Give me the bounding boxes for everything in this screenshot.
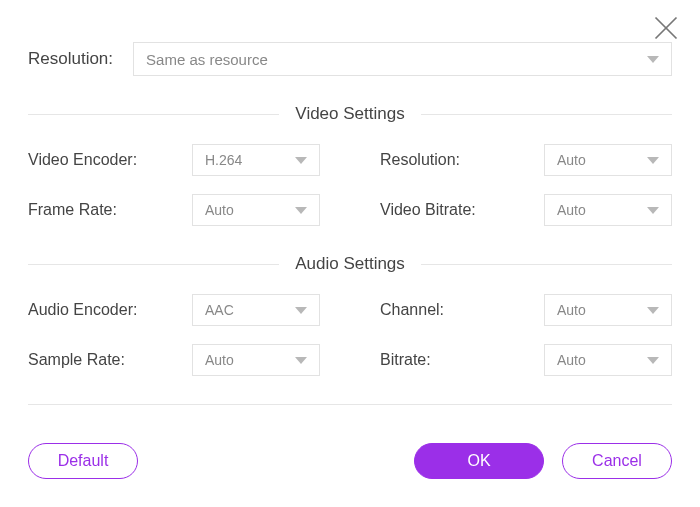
video-resolution-value: Auto bbox=[557, 152, 586, 168]
chevron-down-icon bbox=[647, 207, 659, 214]
video-bitrate-select[interactable]: Auto bbox=[544, 194, 672, 226]
framerate-select[interactable]: Auto bbox=[192, 194, 320, 226]
footer-divider bbox=[28, 404, 672, 405]
audio-section-header: Audio Settings bbox=[28, 254, 672, 274]
audio-bitrate-select[interactable]: Auto bbox=[544, 344, 672, 376]
audio-encoder-select[interactable]: AAC bbox=[192, 294, 320, 326]
video-section-header: Video Settings bbox=[28, 104, 672, 124]
channel-value: Auto bbox=[557, 302, 586, 318]
video-bitrate-label: Video Bitrate: bbox=[380, 201, 476, 219]
top-resolution-select[interactable]: Same as resource bbox=[133, 42, 672, 76]
default-button[interactable]: Default bbox=[28, 443, 138, 479]
close-icon[interactable] bbox=[652, 14, 680, 42]
chevron-down-icon bbox=[647, 307, 659, 314]
channel-select[interactable]: Auto bbox=[544, 294, 672, 326]
samplerate-label: Sample Rate: bbox=[28, 351, 125, 369]
audio-bitrate-value: Auto bbox=[557, 352, 586, 368]
audio-encoder-label: Audio Encoder: bbox=[28, 301, 137, 319]
cancel-button[interactable]: Cancel bbox=[562, 443, 672, 479]
video-encoder-value: H.264 bbox=[205, 152, 242, 168]
chevron-down-icon bbox=[295, 357, 307, 364]
video-encoder-label: Video Encoder: bbox=[28, 151, 137, 169]
video-resolution-select[interactable]: Auto bbox=[544, 144, 672, 176]
top-resolution-label: Resolution: bbox=[28, 49, 113, 69]
top-resolution-value: Same as resource bbox=[146, 51, 268, 68]
samplerate-select[interactable]: Auto bbox=[192, 344, 320, 376]
video-section-title: Video Settings bbox=[279, 104, 420, 124]
ok-button[interactable]: OK bbox=[414, 443, 544, 479]
audio-bitrate-label: Bitrate: bbox=[380, 351, 431, 369]
audio-section-title: Audio Settings bbox=[279, 254, 421, 274]
chevron-down-icon bbox=[295, 307, 307, 314]
framerate-label: Frame Rate: bbox=[28, 201, 117, 219]
chevron-down-icon bbox=[647, 56, 659, 63]
video-encoder-select[interactable]: H.264 bbox=[192, 144, 320, 176]
chevron-down-icon bbox=[295, 157, 307, 164]
channel-label: Channel: bbox=[380, 301, 444, 319]
framerate-value: Auto bbox=[205, 202, 234, 218]
audio-encoder-value: AAC bbox=[205, 302, 234, 318]
samplerate-value: Auto bbox=[205, 352, 234, 368]
chevron-down-icon bbox=[647, 157, 659, 164]
chevron-down-icon bbox=[647, 357, 659, 364]
chevron-down-icon bbox=[295, 207, 307, 214]
video-bitrate-value: Auto bbox=[557, 202, 586, 218]
video-resolution-label: Resolution: bbox=[380, 151, 460, 169]
